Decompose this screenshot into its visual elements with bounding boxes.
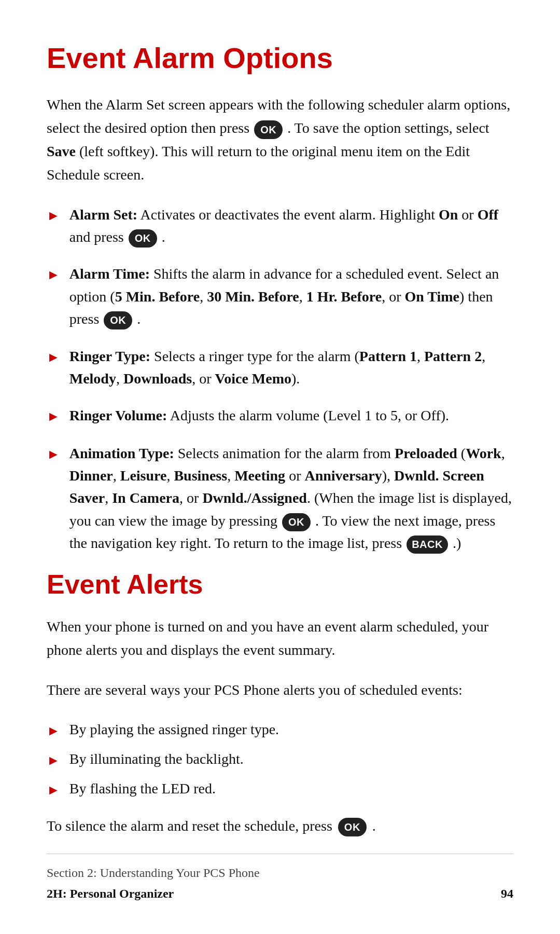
ok-badge-silence: OK <box>338 818 367 836</box>
bullet-content-2: Alarm Time: Shifts the alarm in advance … <box>69 263 513 330</box>
bullet-arrow-4: ► <box>47 406 60 427</box>
silence-end: . <box>372 818 376 834</box>
section1-intro: When the Alarm Set screen appears with t… <box>47 93 513 186</box>
bullet-arrow-1: ► <box>47 205 60 226</box>
ok-badge-1: OK <box>129 229 157 248</box>
bullet-arrow-2: ► <box>47 265 60 285</box>
list-item-ringer-type: ► Ringer Type: Selects a ringer type for… <box>47 345 513 390</box>
term-alarm-time: Alarm Time: <box>69 266 150 282</box>
ok-badge-2: OK <box>104 311 132 329</box>
silence-text: To silence the alarm and reset the sched… <box>47 815 513 838</box>
bullet-arrow-a2: ► <box>47 750 60 771</box>
list-item-ringer-volume: ► Ringer Volume: Adjusts the alarm volum… <box>47 404 513 427</box>
page-content: Event Alarm Options When the Alarm Set s… <box>0 0 560 921</box>
bullet-content-4: Ringer Volume: Adjusts the alarm volume … <box>69 404 513 427</box>
ok-badge-intro: OK <box>254 120 283 139</box>
bullet-content-1: Alarm Set: Activates or deactivates the … <box>69 203 513 249</box>
bullet-content-5: Animation Type: Selects animation for th… <box>69 442 513 555</box>
footer-chapter-row: 2H: Personal Organizer 94 <box>47 884 513 903</box>
bullet-arrow-5: ► <box>47 444 60 465</box>
alert-item-1: ► By playing the assigned ringer type. <box>47 719 513 741</box>
alert-text-1: By playing the assigned ringer type. <box>69 719 279 740</box>
term-ringer-type: Ringer Type: <box>69 348 150 364</box>
alert-text-2: By illuminating the backlight. <box>69 748 244 770</box>
alarm-set-suffix: . <box>162 229 165 245</box>
section2-title: Event Alerts <box>47 569 513 600</box>
alert-text-3: By flashing the LED red. <box>69 778 216 800</box>
footer-section: Section 2: Understanding Your PCS Phone <box>47 863 513 882</box>
term-alarm-set: Alarm Set: <box>69 207 137 223</box>
footer-chapter-label: 2H: Personal Organizer <box>47 884 174 903</box>
term-animation-type: Animation Type: <box>69 445 174 461</box>
bullet-arrow-a1: ► <box>47 721 60 741</box>
list-item-animation-type: ► Animation Type: Selects animation for … <box>47 442 513 555</box>
list-item-alarm-set: ► Alarm Set: Activates or deactivates th… <box>47 203 513 249</box>
section1-title: Event Alarm Options <box>47 42 513 75</box>
section2-intro1: When your phone is turned on and you hav… <box>47 615 513 662</box>
alert-item-2: ► By illuminating the backlight. <box>47 748 513 771</box>
page-footer: Section 2: Understanding Your PCS Phone … <box>47 854 513 903</box>
bullet-content-3: Ringer Type: Selects a ringer type for t… <box>69 345 513 390</box>
animation-type-suffix: .) <box>453 535 461 551</box>
section2-intro2: There are several ways your PCS Phone al… <box>47 679 513 702</box>
bullet-arrow-a3: ► <box>47 780 60 800</box>
footer-page-number: 94 <box>501 884 513 903</box>
ringer-volume-text: Adjusts the alarm volume (Level 1 to 5, … <box>170 407 449 423</box>
bullet-arrow-3: ► <box>47 347 60 368</box>
alerts-list: ► By playing the assigned ringer type. ►… <box>47 719 513 800</box>
ok-badge-5: OK <box>282 513 311 531</box>
alarm-options-list: ► Alarm Set: Activates or deactivates th… <box>47 203 513 555</box>
silence-before: To silence the alarm and reset the sched… <box>47 818 332 834</box>
term-ringer-volume: Ringer Volume: <box>69 407 167 423</box>
alarm-time-suffix: . <box>137 311 141 327</box>
back-badge-5: BACK <box>407 535 448 554</box>
list-item-alarm-time: ► Alarm Time: Shifts the alarm in advanc… <box>47 263 513 330</box>
alert-item-3: ► By flashing the LED red. <box>47 778 513 800</box>
